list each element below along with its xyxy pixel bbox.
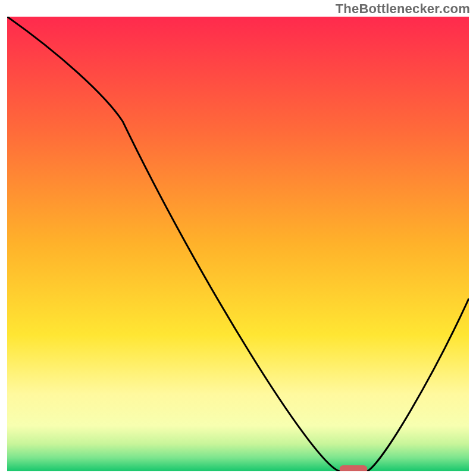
plot-svg [7, 17, 469, 471]
gradient-background [7, 17, 469, 471]
bottleneck-chart: TheBottleneсker.com [0, 0, 476, 476]
watermark-text: TheBottleneсker.com [336, 1, 470, 17]
plot-area [7, 17, 469, 471]
optimal-marker [340, 465, 368, 471]
